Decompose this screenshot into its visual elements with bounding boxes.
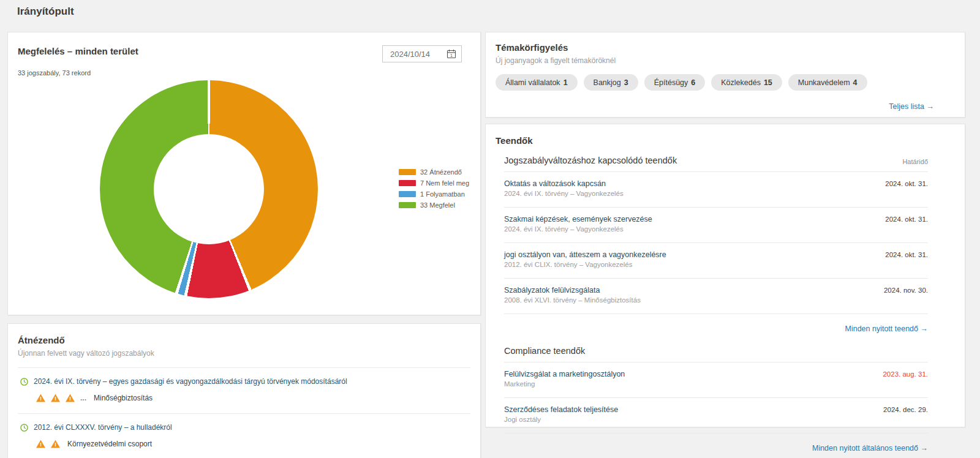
task-due-date: 2024. okt. 31. <box>885 215 928 223</box>
review-card: Átnézendő Újonnan felvett vagy változó j… <box>7 323 481 458</box>
task-row: Oktatás a változások kapcsán 2024. évi I… <box>504 172 928 208</box>
department-tag: Minőségbiztosítás <box>94 394 153 402</box>
warning-icon: ! <box>66 394 75 402</box>
date-picker[interactable]: 1 <box>382 45 462 62</box>
section-heading: Compliance teendők <box>504 346 585 356</box>
task-row: Szabályzatok felülvizsgálata 2008. évi X… <box>504 279 928 314</box>
task-row: Szerződéses feladatok teljesítése Jogi o… <box>504 398 928 434</box>
law-change-todos-section: Jogszabályváltozáshoz kapcsolódó teendők… <box>504 146 928 336</box>
task-subtitle: Marketing <box>504 380 625 388</box>
task-title-link[interactable]: Felülvizsgálat a marketingosztályon <box>504 370 625 378</box>
legend-label: 1 Folyamatban <box>420 190 465 198</box>
topic-chip[interactable]: Bankjog3 <box>584 74 638 91</box>
compliance-donut-chart[interactable] <box>100 80 318 298</box>
task-row: Szakmai képzések, események szervezése 2… <box>504 208 928 243</box>
task-row: jogi osztályon van, átteszem a vagyonkez… <box>504 243 928 279</box>
warning-icon: ! <box>51 394 60 402</box>
task-due-date: 2024. dec. 29. <box>883 405 928 413</box>
warning-icon: ! <box>36 440 45 448</box>
topic-watch-subtitle: Új joganyagok a figyelt témaköröknél <box>496 56 955 65</box>
topic-watch-title: Témakörfigyelés <box>496 42 955 53</box>
legend-label: 32 Átnézendő <box>420 168 462 176</box>
legend-swatch <box>399 180 416 186</box>
arrow-right-icon: → <box>921 325 929 333</box>
arrow-right-icon: → <box>921 444 929 452</box>
task-subtitle: 2008. évi XLVI. törvény – Minőségbiztosí… <box>504 296 641 304</box>
legend-swatch <box>399 191 416 197</box>
topic-count: 1 <box>564 78 568 87</box>
topic-chip[interactable]: Munkavédelem4 <box>788 74 867 91</box>
task-title-link[interactable]: Szakmai képzések, események szervezése <box>504 215 652 223</box>
review-card-subtitle: Újonnan felvett vagy változó jogszabályo… <box>18 349 470 358</box>
legend-label: 7 Nem felel meg <box>420 179 469 187</box>
task-due-date: 2024. okt. 31. <box>885 250 928 258</box>
task-due-date: 2024. nov. 30. <box>884 286 928 294</box>
compliance-todos-section: Compliance teendők Felülvizsgálat a mark… <box>504 336 928 456</box>
legend-item: 7 Nem felel meg <box>399 179 469 187</box>
law-link[interactable]: 2012. évi CLXXXV. törvény – a hulladékró… <box>34 423 172 432</box>
task-subtitle: 2012. évi CLIX. törvény – Vagyonkezelés <box>504 261 666 268</box>
compliance-card: Megfelelés – minden terület 1 33 jogszab… <box>7 32 481 315</box>
topic-count: 4 <box>853 78 858 87</box>
all-open-todos-link[interactable]: Minden nyitott teendő → <box>845 325 928 333</box>
law-link[interactable]: 2024. évi IX. törvény – egyes gazdasági … <box>34 377 347 386</box>
topic-watch-card: Témakörfigyelés Új joganyagok a figyelt … <box>485 32 965 118</box>
more-warnings-ellipsis: ... <box>80 394 86 402</box>
deadline-column-label: Határidő <box>902 158 928 165</box>
topic-chips: Állami vállalatok1 Bankjog3 Építésügy6 K… <box>496 74 955 91</box>
svg-text:1: 1 <box>450 53 453 58</box>
legend-label: 33 Megfelel <box>420 201 455 209</box>
task-subtitle: 2024. évi IX. törvény – Vagyonkezelés <box>504 225 652 233</box>
task-title-link[interactable]: Szerződéses feladatok teljesítése <box>504 405 618 414</box>
legend-item: 33 Megfelel <box>399 201 469 209</box>
arrow-right-icon: → <box>927 102 935 111</box>
topic-chip[interactable]: Építésügy6 <box>644 74 706 91</box>
list-item: 2012. évi CLXXXV. törvény – a hulladékró… <box>18 414 470 458</box>
todos-card-title: Teendők <box>496 135 965 146</box>
todos-card: Teendők Jogszabályváltozáshoz kapcsolódó… <box>485 124 965 427</box>
date-input[interactable] <box>390 50 444 59</box>
calendar-icon[interactable]: 1 <box>447 49 456 59</box>
review-list: 2024. évi IX. törvény – egyes gazdasági … <box>18 367 470 458</box>
compliance-summary: 33 jogszabály, 73 rekord <box>18 69 91 77</box>
legend-swatch <box>399 169 416 175</box>
review-card-title: Átnézendő <box>18 335 470 345</box>
full-list-link[interactable]: Teljes lista → <box>889 102 934 111</box>
topic-chip[interactable]: Közlekedés15 <box>711 74 782 91</box>
legend-swatch <box>399 202 416 208</box>
topic-count: 3 <box>624 78 628 87</box>
task-title-link[interactable]: Oktatás a változások kapcsán <box>504 179 624 188</box>
legend-item: 1 Folyamatban <box>399 190 469 198</box>
warning-icon: ! <box>51 440 60 448</box>
topic-count: 15 <box>764 78 772 87</box>
legend-item: 32 Átnézendő <box>399 168 469 176</box>
page-title: Irányítópult <box>17 6 74 18</box>
compliance-card-title: Megfelelés – minden terület <box>18 46 138 56</box>
section-heading: Jogszabályváltozáshoz kapcsolódó teendők <box>504 156 677 165</box>
clock-icon <box>20 378 28 386</box>
clock-icon <box>20 424 28 432</box>
task-title-link[interactable]: jogi osztályon van, átteszem a vagyonkez… <box>504 250 666 259</box>
task-title-link[interactable]: Szabályzatok felülvizsgálata <box>504 286 641 295</box>
all-open-general-todos-link[interactable]: Minden nyitott általános teendő → <box>812 444 928 452</box>
topic-chip[interactable]: Állami vállalatok1 <box>496 74 578 91</box>
warning-icon: ! <box>36 394 45 402</box>
task-due-date-overdue: 2023. aug. 31. <box>883 370 928 378</box>
topic-count: 6 <box>691 78 695 87</box>
task-row: Felülvizsgálat a marketingosztályon Mark… <box>504 362 928 398</box>
task-subtitle: Jogi osztály <box>504 416 618 423</box>
task-due-date: 2024. okt. 31. <box>885 179 928 187</box>
department-tag: Környezetvédelmi csoport <box>67 440 152 448</box>
list-item: 2024. évi IX. törvény – egyes gazdasági … <box>18 368 470 414</box>
chart-legend: 32 Átnézendő 7 Nem felel meg 1 Folyamatb… <box>399 168 469 209</box>
task-subtitle: 2024. évi IX. törvény – Vagyonkezelés <box>504 190 624 197</box>
